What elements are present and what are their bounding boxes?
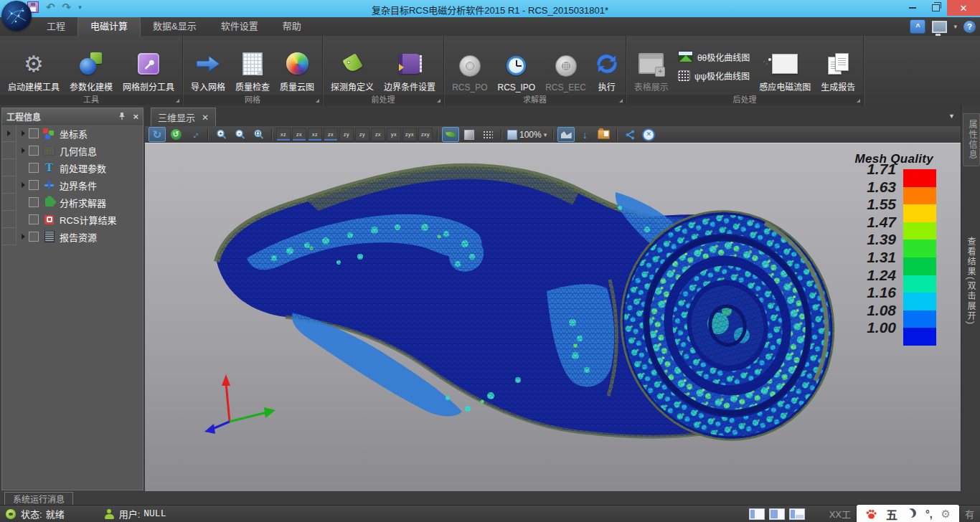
group-label-preprocess[interactable]: 前处理 [323, 95, 443, 105]
smooth-shading-button[interactable] [442, 127, 459, 142]
window-title: 复杂目标RCS电磁分析软件2015 R1 - RCS_2015031801* [0, 3, 980, 16]
probe-angle-define-button[interactable]: 探测角定义 [326, 37, 379, 95]
tab-3d-display[interactable]: 三维显示 ✕ [151, 108, 216, 126]
view-orientation-button[interactable]: yx [387, 128, 401, 141]
tab-list-dropdown-icon[interactable]: ▼ [948, 113, 955, 120]
pin-icon[interactable] [118, 112, 126, 120]
restore-button[interactable] [924, 0, 947, 16]
ime-settings-gear-icon[interactable]: ⚙ [941, 508, 951, 521]
chevron-right-icon[interactable] [22, 130, 25, 136]
view-orientation-button[interactable]: zx [292, 128, 306, 141]
tab-data-display[interactable]: 数据&显示 [141, 17, 209, 36]
checkbox[interactable] [29, 163, 39, 173]
wireframe-button[interactable] [479, 127, 496, 142]
panel-close-icon[interactable]: × [133, 111, 138, 122]
display-dropdown-icon[interactable]: ▾ [953, 23, 957, 30]
sidebar-tab-view-results[interactable]: 查看结果(双击展开) [965, 237, 977, 326]
app-logo[interactable] [1, 1, 32, 31]
shaded-view-button[interactable] [461, 127, 478, 142]
sidebar-tab-properties[interactable]: 属性信息 [963, 113, 980, 166]
group-label-mesh[interactable]: 网格 [183, 95, 322, 105]
tree-item-preprocess-params[interactable]: T 前处理参数 [2, 159, 143, 176]
view-orientation-button[interactable]: zxy [418, 128, 433, 141]
checkbox[interactable] [29, 232, 39, 242]
pan-button[interactable]: ↔ [186, 127, 203, 142]
checkbox[interactable] [29, 214, 39, 224]
tab-help[interactable]: 帮助 [270, 17, 314, 36]
ribbon-collapse-button[interactable]: ^ [910, 19, 925, 34]
refresh-button[interactable]: ↺ [167, 127, 184, 142]
parametric-modeling-button[interactable]: 参数化建模 [65, 37, 118, 95]
tab-close-icon[interactable]: ✕ [202, 113, 209, 123]
snapshot-folder-button[interactable] [595, 127, 612, 142]
import-mesh-button[interactable]: 导入网格 [186, 37, 230, 95]
zoom-in-button[interactable]: + [212, 127, 230, 142]
export-down-button[interactable]: ↓ [576, 127, 593, 142]
zoom-fit-button[interactable] [250, 127, 267, 142]
view-orientation-button[interactable]: zy [355, 128, 369, 141]
layout-bottom-panel-icon[interactable] [789, 508, 805, 520]
chevron-right-icon[interactable] [22, 148, 25, 153]
close-button[interactable]: ✕ [947, 0, 980, 16]
share-button[interactable] [621, 127, 639, 142]
viewport-3d[interactable]: Mesh Quality 1.711.63 1.551.47 1.391.31 … [145, 143, 961, 491]
induced-current-map-button[interactable]: 感应电磁流图 [754, 37, 816, 95]
view-orientation-button[interactable]: zy [339, 128, 354, 141]
chevron-right-icon[interactable] [7, 130, 11, 136]
group-label-solver[interactable]: 求解器 [444, 95, 626, 105]
rcs-ipo-button[interactable]: RCS_IPO [492, 37, 540, 95]
tree-item-geometry-info[interactable]: 几何信息 [2, 142, 143, 159]
rotate-button[interactable]: ↻ [149, 127, 166, 142]
checkbox[interactable] [29, 197, 39, 207]
chevron-right-icon[interactable] [22, 182, 25, 188]
status-label: 状态: [21, 507, 42, 521]
tab-software-settings[interactable]: 软件设置 [209, 17, 270, 36]
help-button[interactable]: ? [963, 21, 976, 33]
tree-item-boundary-conditions[interactable]: 边界条件 [2, 176, 143, 194]
tree-item-report-resources[interactable]: 报告资源 [2, 228, 143, 245]
ime-moon-icon[interactable] [904, 509, 913, 518]
group-label-tools[interactable]: 工具 [0, 95, 182, 105]
view-orientation-button[interactable]: xz [308, 128, 322, 141]
tree-item-rcs-results[interactable]: RCS计算结果 [2, 211, 143, 228]
chevron-right-icon[interactable] [22, 234, 25, 239]
system-messages-tab[interactable]: 系统运行消息 [4, 492, 73, 506]
ime-punctuation[interactable]: °, [925, 508, 933, 520]
quality-check-button[interactable]: 质量检查 [230, 37, 275, 95]
launch-modeling-tool-button[interactable]: ⚙ 启动建模工具 [3, 37, 65, 95]
quality-cloud-map-button[interactable]: 质量云图 [275, 37, 319, 95]
execute-button[interactable]: 执行 [591, 37, 623, 95]
view-orientation-button[interactable]: zx [324, 128, 338, 141]
view-orientation-button[interactable]: zyx [402, 128, 417, 141]
tree-item-coordinate-system[interactable]: 坐标系 [2, 125, 143, 142]
zoom-out-button[interactable]: - [231, 127, 248, 142]
user-icon [105, 509, 114, 519]
group-label-postprocess[interactable]: 后处理 [626, 95, 863, 105]
viewport-toolbar: ↻ ↺ ↔ + - xz zx xz zx zy zy zx yx zyx zx… [145, 126, 961, 143]
checkbox[interactable] [29, 128, 39, 138]
tab-em-computation[interactable]: 电磁计算 [77, 17, 141, 37]
copyright-text-suffix: 有 [965, 507, 974, 521]
close-circle-icon: ✕ [642, 128, 655, 141]
close-view-button[interactable]: ✕ [640, 127, 657, 142]
layout-left-panel-icon[interactable] [749, 508, 765, 520]
view-orientation-button[interactable]: xz [276, 128, 291, 141]
psi-polarization-chart-button[interactable]: ψψ极化曲线图 [678, 70, 750, 82]
display-icon[interactable] [932, 21, 947, 33]
layout-wide-panel-icon[interactable] [769, 508, 785, 520]
checkbox[interactable] [29, 146, 39, 156]
boundary-condition-settings-button[interactable]: 边界条件设置 [379, 37, 440, 95]
theta-polarization-chart-button[interactable]: θθ极化曲线图 [678, 51, 750, 63]
checkbox[interactable] [29, 180, 39, 190]
clip-view-button[interactable] [557, 127, 575, 142]
minimize-button[interactable] [901, 0, 924, 16]
ime-mode[interactable]: 五 [886, 506, 897, 522]
zoom-level-selector[interactable]: 100% ▾ [506, 127, 548, 142]
generate-report-button[interactable]: 生成报告 [816, 37, 860, 95]
tab-engineering[interactable]: 工程 [34, 17, 77, 36]
mesh-partition-tool-button[interactable]: 网格剖分工具 [118, 37, 179, 95]
tree-item-analysis-solver[interactable]: 分析求解器 [2, 194, 143, 211]
view-orientation-button[interactable]: zx [371, 128, 385, 141]
ribbon: ⚙ 启动建模工具 参数化建模 网格剖分工具 工具 导入 [0, 36, 980, 105]
ime-logo-paw-icon[interactable] [865, 508, 877, 520]
